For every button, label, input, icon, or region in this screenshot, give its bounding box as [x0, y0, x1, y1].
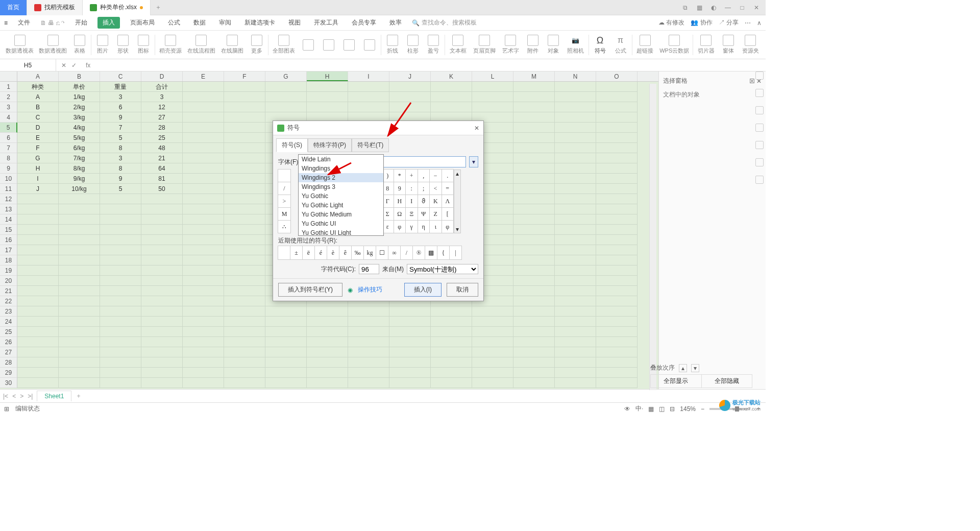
- cell[interactable]: [100, 255, 141, 266]
- cell[interactable]: [224, 194, 265, 204]
- sheet-tab[interactable]: Sheet1: [37, 391, 71, 401]
- symbol-cell[interactable]: +: [405, 169, 418, 182]
- column-header[interactable]: H: [307, 71, 348, 81]
- cell[interactable]: [141, 194, 183, 204]
- cell[interactable]: [59, 317, 100, 327]
- cell[interactable]: [224, 245, 265, 255]
- cell[interactable]: [348, 368, 389, 378]
- menu-item[interactable]: 审阅: [216, 17, 234, 29]
- cell[interactable]: [596, 317, 638, 327]
- cell[interactable]: [224, 255, 265, 266]
- cell[interactable]: [183, 306, 224, 317]
- row-header[interactable]: 23: [0, 306, 17, 317]
- row-header[interactable]: 2: [0, 92, 17, 102]
- cell[interactable]: [17, 306, 59, 317]
- cell[interactable]: [183, 327, 224, 337]
- cell[interactable]: [265, 327, 307, 337]
- cell[interactable]: [513, 123, 555, 133]
- insert-button[interactable]: 插入(I): [404, 283, 442, 297]
- cell[interactable]: [555, 245, 596, 255]
- symbol-cell[interactable]: η: [418, 220, 430, 233]
- cell[interactable]: [472, 92, 513, 102]
- row-header[interactable]: 27: [0, 347, 17, 357]
- symbol-cell[interactable]: >: [278, 195, 291, 208]
- cell[interactable]: [513, 317, 555, 327]
- cell[interactable]: [100, 368, 141, 378]
- cell[interactable]: [513, 184, 555, 194]
- cell[interactable]: [183, 337, 224, 347]
- cell[interactable]: [17, 337, 59, 347]
- cell[interactable]: [389, 317, 431, 327]
- symbol-cell[interactable]: Ω: [394, 207, 406, 221]
- cell[interactable]: [141, 317, 183, 327]
- cell[interactable]: [555, 276, 596, 286]
- cell[interactable]: [17, 347, 59, 357]
- cell[interactable]: [224, 296, 265, 306]
- cell[interactable]: [431, 82, 472, 92]
- cell[interactable]: [224, 174, 265, 184]
- cell[interactable]: [555, 357, 596, 368]
- recent-symbol[interactable]: ▩: [425, 246, 437, 260]
- cell[interactable]: 6: [100, 102, 141, 112]
- cell[interactable]: [141, 245, 183, 255]
- symbol-scrollbar[interactable]: ▴▾: [454, 170, 461, 233]
- ribbon-pivot-chart[interactable]: 数据透视图: [36, 35, 69, 55]
- cell[interactable]: [348, 306, 389, 317]
- cell[interactable]: [555, 184, 596, 194]
- ribbon-wordart[interactable]: 艺术字: [499, 35, 523, 55]
- cell[interactable]: [224, 184, 265, 194]
- cell[interactable]: [141, 347, 183, 357]
- cell[interactable]: [59, 255, 100, 266]
- ribbon-chart3[interactable]: [339, 39, 359, 51]
- side-icon[interactable]: [755, 89, 764, 97]
- row-header[interactable]: 28: [0, 357, 17, 368]
- cell[interactable]: [100, 235, 141, 245]
- cell[interactable]: [348, 327, 389, 337]
- cell[interactable]: [513, 133, 555, 143]
- cell[interactable]: [431, 317, 472, 327]
- from-select[interactable]: Symbol(十进制): [407, 264, 478, 274]
- cell[interactable]: [265, 347, 307, 357]
- cell[interactable]: [224, 378, 265, 388]
- command-search[interactable]: 🔍 查找命令、搜索模板: [412, 18, 477, 27]
- menu-item[interactable]: 公式: [165, 17, 183, 29]
- cell[interactable]: [389, 306, 431, 317]
- cell[interactable]: 25: [141, 133, 183, 143]
- column-header[interactable]: M: [513, 71, 555, 81]
- tab-file[interactable]: 种类单价.xlsx: [83, 0, 151, 15]
- cell[interactable]: [307, 337, 348, 347]
- cell[interactable]: [59, 276, 100, 286]
- cell[interactable]: [265, 92, 307, 102]
- side-icon[interactable]: [755, 158, 764, 166]
- column-header[interactable]: B: [59, 71, 100, 81]
- minimize-button[interactable]: —: [723, 3, 733, 13]
- symbol-cell[interactable]: <: [429, 182, 442, 195]
- cell[interactable]: [389, 368, 431, 378]
- cell[interactable]: [472, 327, 513, 337]
- font-option[interactable]: Yu Gothic: [299, 191, 383, 201]
- cell[interactable]: [59, 204, 100, 214]
- symbol-cell[interactable]: Κ: [429, 195, 442, 208]
- cell[interactable]: [389, 82, 431, 92]
- cell[interactable]: [100, 296, 141, 306]
- recent-symbol[interactable]: ±: [290, 246, 303, 260]
- cell[interactable]: [224, 357, 265, 368]
- file-menu[interactable]: 文件: [15, 17, 33, 29]
- cell[interactable]: [389, 378, 431, 388]
- symbol-cell[interactable]: Λ: [442, 195, 454, 208]
- cell[interactable]: [59, 357, 100, 368]
- column-header[interactable]: I: [348, 71, 389, 81]
- recent-symbol[interactable]: ®: [412, 246, 425, 260]
- cell[interactable]: [17, 194, 59, 204]
- column-header[interactable]: D: [141, 71, 183, 81]
- insert-to-bar-button[interactable]: 插入到符号栏(Y): [278, 283, 342, 297]
- ribbon-textbox[interactable]: 文本框: [446, 35, 470, 55]
- cell[interactable]: [596, 133, 638, 143]
- ribbon-sparkline-col[interactable]: 柱形: [403, 35, 423, 55]
- cell[interactable]: [17, 357, 59, 368]
- symbol-cell[interactable]: φ: [394, 220, 406, 233]
- cell[interactable]: [17, 368, 59, 378]
- cell[interactable]: [307, 306, 348, 317]
- cell[interactable]: [513, 266, 555, 276]
- cell[interactable]: [596, 194, 638, 204]
